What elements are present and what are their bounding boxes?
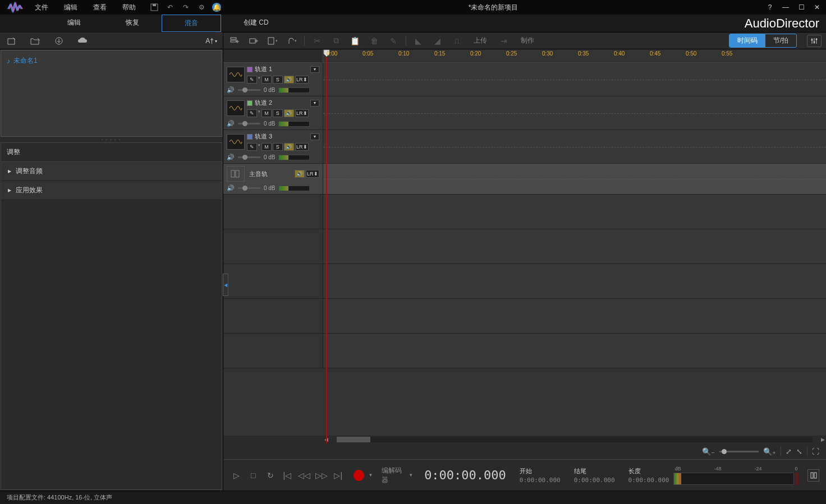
track-lane[interactable] (323, 96, 826, 130)
volume-icon[interactable]: 🔊 (227, 184, 235, 192)
add-clip-icon[interactable] (247, 35, 260, 47)
stop-icon[interactable]: □ (247, 469, 259, 482)
produce-button[interactable]: 制作 (516, 35, 539, 47)
track-color-chip[interactable] (247, 100, 253, 106)
track-lane[interactable] (323, 130, 826, 163)
volume-icon[interactable]: 🔊 (227, 120, 235, 127)
empty-lane[interactable] (323, 299, 826, 333)
view-timecode-button[interactable]: 时间码 (729, 34, 765, 47)
master-track-lane[interactable] (323, 164, 826, 194)
menu-file[interactable]: 文件 (33, 2, 51, 13)
mute-button[interactable]: M (261, 109, 272, 117)
fade-in-icon[interactable]: ◣ (412, 35, 425, 47)
normalize-icon[interactable]: ⎍ (450, 35, 464, 47)
mute-button[interactable]: M (261, 76, 272, 84)
export-icon[interactable]: ⇥ (497, 35, 511, 47)
menu-help[interactable]: 帮助 (120, 2, 138, 13)
mixer-toggle-icon[interactable] (807, 469, 819, 482)
delete-icon[interactable]: 🗑 (368, 35, 381, 47)
track-color-chip[interactable] (247, 67, 253, 72)
time-ruler[interactable]: 0:00 0:05 0:10 0:15 0:20 0:25 0:30 0:35 … (323, 49, 826, 62)
play-icon[interactable]: ▷ (230, 469, 242, 482)
empty-lane[interactable] (323, 264, 826, 298)
maximize-icon[interactable]: ☐ (797, 3, 806, 12)
track-menu-icon[interactable]: ▼ (310, 66, 319, 73)
codec-button[interactable]: 编解码器▼ (382, 466, 413, 485)
mute-button[interactable]: M (261, 143, 272, 151)
cloud-icon[interactable] (76, 36, 89, 46)
empty-lane[interactable] (323, 229, 826, 263)
settings-icon[interactable]: ⚙ (196, 2, 206, 12)
menu-edit[interactable]: 编辑 (62, 2, 80, 13)
rewind-icon[interactable]: ◁◁ (298, 469, 310, 482)
add-track-icon[interactable] (228, 35, 241, 47)
zoom-in-icon[interactable]: 🔍₊ (763, 447, 776, 456)
zoom-all-icon[interactable]: ⛶ (812, 447, 819, 456)
close-icon[interactable]: ✕ (813, 3, 822, 12)
volume-slider[interactable] (238, 89, 260, 91)
redo-icon[interactable]: ↷ (181, 2, 191, 12)
accordion-adjust-audio[interactable]: 调整音频 (1, 162, 222, 181)
horizontal-splitter[interactable]: • • • • • (0, 137, 223, 142)
loop-icon[interactable]: ↻ (264, 469, 276, 482)
volume-slider[interactable] (238, 123, 260, 124)
volume-slider[interactable] (238, 156, 260, 158)
speaker-icon[interactable]: 🔊 (284, 109, 294, 117)
scrollbar-thumb[interactable] (337, 437, 370, 442)
undo-icon[interactable]: ↶ (165, 2, 175, 12)
volume-icon[interactable]: 🔊 (227, 86, 235, 94)
fade-out-icon[interactable]: ◢ (431, 35, 444, 47)
zoom-fit-h-icon[interactable]: ⤢ (786, 447, 792, 456)
panel-collapse-handle[interactable]: ◀ (223, 274, 228, 296)
copy-icon[interactable]: ⧉ (329, 35, 343, 47)
zoom-fit-v-icon[interactable]: ⤡ (796, 447, 802, 456)
channel-button[interactable]: LR⬍ (306, 170, 319, 178)
tool-b-icon[interactable]: ▾ (285, 35, 299, 47)
channel-button[interactable]: LR⬍ (295, 143, 309, 151)
automation-icon[interactable]: ✎ (247, 76, 257, 84)
tab-createcd[interactable]: 创建 CD (221, 15, 291, 32)
tab-mix[interactable]: 混音 (162, 15, 221, 32)
empty-lane[interactable] (323, 195, 826, 229)
tab-edit[interactable]: 编辑 (45, 15, 103, 32)
minimize-icon[interactable]: — (781, 3, 790, 12)
speaker-icon[interactable]: 🔊 (295, 170, 305, 178)
save-icon[interactable] (149, 2, 159, 12)
zoom-out-icon[interactable]: 🔍₋ (702, 447, 715, 456)
media-list[interactable]: ♪ 未命名1 (1, 50, 222, 137)
channel-button[interactable]: LR⬍ (295, 76, 309, 84)
scroll-right-icon[interactable]: ▶ (819, 437, 826, 442)
solo-button[interactable]: S (273, 76, 283, 84)
channel-button[interactable]: LR⬍ (295, 109, 309, 117)
track-name[interactable]: 轨道 1 (255, 65, 272, 73)
cut-icon[interactable]: ✂ (310, 35, 324, 47)
next-icon[interactable]: ▷| (332, 469, 345, 482)
record-button[interactable] (354, 470, 364, 481)
track-menu-icon[interactable]: ▼ (310, 100, 319, 107)
import-folder-icon[interactable] (29, 36, 42, 46)
sort-button[interactable]: A†▾ (205, 37, 217, 45)
paste-icon[interactable]: 📋 (348, 35, 362, 47)
track-color-chip[interactable] (247, 134, 253, 140)
solo-button[interactable]: S (273, 109, 283, 117)
track-name[interactable]: 轨道 2 (255, 99, 272, 107)
mixer-icon[interactable] (807, 35, 822, 47)
track-menu-icon[interactable]: ▼ (310, 133, 319, 140)
help-icon[interactable]: ? (765, 3, 774, 12)
download-icon[interactable] (53, 36, 65, 46)
media-item[interactable]: ♪ 未命名1 (6, 55, 217, 67)
track-name[interactable]: 轨道 3 (255, 132, 272, 141)
forward-icon[interactable]: ▷▷ (315, 469, 327, 482)
volume-icon[interactable]: 🔊 (227, 154, 235, 161)
view-beat-button[interactable]: 节/拍 (765, 34, 796, 47)
track-lane[interactable] (323, 63, 826, 96)
scrollbar-track[interactable] (337, 437, 813, 442)
speaker-icon[interactable]: 🔊 (284, 76, 294, 84)
menu-view[interactable]: 查看 (91, 2, 109, 13)
solo-button[interactable]: S (273, 143, 283, 151)
speaker-icon[interactable]: 🔊 (284, 143, 294, 151)
upload-button[interactable]: 上传 (469, 35, 492, 47)
edit-icon[interactable]: ✎ (387, 35, 400, 47)
empty-lane[interactable] (323, 334, 826, 368)
tab-restore[interactable]: 恢复 (103, 15, 162, 32)
